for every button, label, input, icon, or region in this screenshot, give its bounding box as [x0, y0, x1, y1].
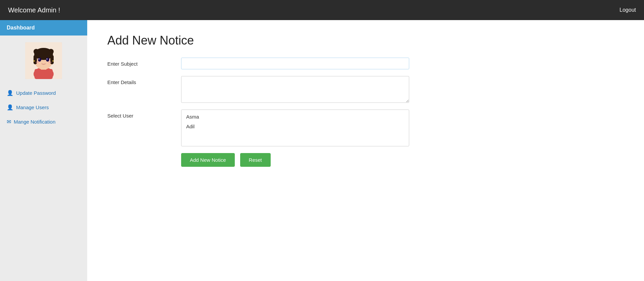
svg-point-13 — [47, 59, 48, 60]
user-label: Select User — [107, 110, 174, 119]
avatar-area — [0, 36, 87, 82]
sidebar-item-manage-users[interactable]: 👤 Manage Users — [0, 100, 87, 115]
sidebar-item-manage-notification[interactable]: ✉ Mange Notification — [0, 115, 87, 129]
main-layout: Dashboard — [0, 20, 644, 281]
subject-input[interactable] — [181, 58, 409, 69]
person-icon-2: 👤 — [7, 104, 13, 111]
sidebar-item-dashboard[interactable]: Dashboard — [0, 20, 87, 36]
subject-row: Enter Subject — [107, 58, 409, 69]
svg-point-10 — [38, 58, 41, 62]
svg-point-12 — [39, 59, 40, 60]
envelope-icon: ✉ — [7, 119, 11, 125]
page-title: Add New Notice — [107, 33, 624, 48]
add-notice-button[interactable]: Add New Notice — [181, 153, 235, 167]
user-row: Select User Asma Adil — [107, 110, 409, 146]
svg-point-7 — [48, 49, 54, 54]
avatar — [25, 42, 62, 79]
svg-point-16 — [34, 60, 35, 62]
svg-point-11 — [46, 58, 49, 62]
svg-rect-2 — [35, 69, 53, 79]
svg-point-14 — [36, 61, 39, 63]
details-row: Enter Details — [107, 76, 409, 103]
sidebar-nav: 👤 Update Password 👤 Manage Users ✉ Mange… — [0, 82, 87, 132]
person-icon-1: 👤 — [7, 90, 13, 96]
top-bar-title: Welcome Admin ! — [8, 6, 60, 14]
subject-label: Enter Subject — [107, 58, 174, 67]
reset-button[interactable]: Reset — [240, 153, 271, 167]
details-label: Enter Details — [107, 76, 174, 85]
sidebar-label-update-password: Update Password — [16, 90, 56, 96]
svg-point-17 — [52, 60, 54, 62]
avatar-image — [25, 42, 62, 79]
top-bar: Welcome Admin ! Logout — [0, 0, 644, 20]
content-area: Add New Notice Enter Subject Enter Detai… — [87, 20, 644, 281]
sidebar-label-manage-users: Manage Users — [16, 104, 49, 110]
svg-point-15 — [48, 61, 51, 63]
form-section: Enter Subject Enter Details Select User … — [107, 58, 409, 167]
sidebar-label-manage-notification: Mange Notification — [14, 119, 55, 125]
logout-button[interactable]: Logout — [620, 7, 636, 13]
user-option-adil[interactable]: Adil — [181, 122, 409, 131]
button-row: Add New Notice Reset — [181, 153, 409, 167]
user-option-asma[interactable]: Asma — [181, 112, 409, 122]
details-textarea[interactable] — [181, 76, 409, 103]
sidebar-item-update-password[interactable]: 👤 Update Password — [0, 86, 87, 100]
svg-point-6 — [34, 49, 39, 54]
user-select-list[interactable]: Asma Adil — [181, 110, 409, 146]
sidebar: Dashboard — [0, 20, 87, 281]
